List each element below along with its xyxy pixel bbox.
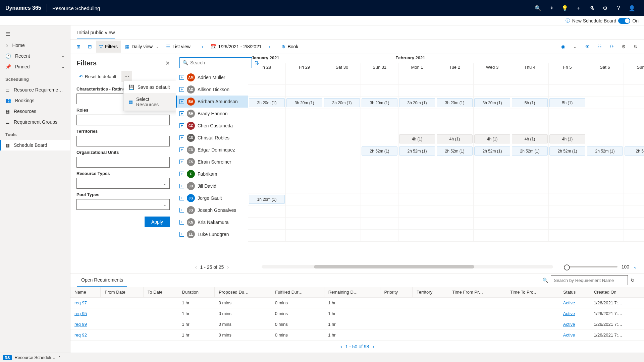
- calendar-cell[interactable]: [286, 193, 323, 205]
- book-button[interactable]: ⊕Book: [278, 41, 302, 53]
- status-caret-icon[interactable]: ⌃: [58, 356, 61, 359]
- booking[interactable]: 5h (1): [549, 98, 585, 107]
- calendar-cell[interactable]: 3h 20m (1): [286, 97, 323, 109]
- prev-page-icon[interactable]: ‹: [195, 264, 197, 270]
- booking[interactable]: 2h 52m (1): [549, 146, 585, 156]
- booking[interactable]: 3h 20m (1): [399, 98, 435, 107]
- filter-pool-types-input[interactable]: [76, 199, 170, 210]
- calendar-cell[interactable]: 3h 20m (1): [361, 97, 398, 109]
- booking[interactable]: 3h 20m (1): [437, 98, 473, 107]
- tab-initial-public-view[interactable]: Initial public view: [77, 29, 115, 39]
- horizontal-scrollbar[interactable]: [262, 265, 553, 268]
- calendar-cell[interactable]: [323, 205, 361, 217]
- assistant-icon[interactable]: ⌖: [545, 0, 558, 16]
- booking[interactable]: 2h 52m (1): [437, 146, 473, 156]
- calendar-cell[interactable]: 4h (1): [398, 133, 436, 145]
- calendar-cell[interactable]: [436, 157, 474, 169]
- booking[interactable]: 3h 20m (1): [286, 98, 322, 107]
- status-link[interactable]: Active: [563, 322, 575, 327]
- booking[interactable]: 3h 20m (1): [362, 98, 397, 107]
- nav-recent[interactable]: 🕐Recent⌄: [0, 51, 70, 61]
- calendar-cell[interactable]: [248, 181, 286, 193]
- calendar-cell[interactable]: [398, 181, 436, 193]
- list-view-button[interactable]: ☰List view: [163, 41, 194, 53]
- expand-icon[interactable]: +: [179, 123, 184, 128]
- booking[interactable]: 3h 20m (1): [474, 98, 510, 107]
- nav-schedule-board[interactable]: ▦Schedule Board: [0, 140, 70, 150]
- calendar-cell[interactable]: [436, 193, 474, 205]
- calendar-cell[interactable]: [361, 218, 398, 229]
- calendar-cell[interactable]: [286, 157, 323, 169]
- calendar-cell[interactable]: [624, 169, 644, 181]
- calendar-cell[interactable]: [436, 205, 474, 217]
- expand-icon[interactable]: +: [179, 87, 184, 92]
- expand-icon[interactable]: +: [179, 184, 184, 188]
- resource-item[interactable]: +JGJoseph Gonsalves: [176, 204, 248, 216]
- expand-icon[interactable]: +: [179, 196, 184, 200]
- refresh-icon[interactable]: ↻: [630, 41, 641, 53]
- select-resources-item[interactable]: ▦ Select Resources: [124, 93, 176, 111]
- calendar-cell[interactable]: 3h 20m (1): [436, 97, 474, 109]
- calendar-cell[interactable]: [361, 205, 398, 217]
- expand-icon[interactable]: +: [179, 99, 184, 104]
- expand-button[interactable]: ⊞: [73, 41, 84, 53]
- calendar-cell[interactable]: [398, 169, 436, 181]
- zoom-dropdown-icon[interactable]: ⌄: [633, 264, 637, 269]
- calendar-cell[interactable]: [248, 145, 286, 157]
- booking[interactable]: 4h (1): [399, 134, 435, 143]
- calendar-cell[interactable]: [398, 193, 436, 205]
- calendar-cell[interactable]: [474, 193, 511, 205]
- status-link[interactable]: Active: [563, 333, 575, 338]
- daily-view-button[interactable]: ▦Daily view⌄: [122, 41, 162, 53]
- calendar-cell[interactable]: [624, 85, 644, 97]
- calendar-cell[interactable]: [286, 181, 323, 193]
- list-icon[interactable]: ☷: [594, 41, 605, 53]
- calendar-cell[interactable]: [286, 218, 323, 229]
- calendar-cell[interactable]: [624, 133, 644, 145]
- booking[interactable]: 2h 52m: [625, 146, 644, 156]
- nav-bookings[interactable]: 👥Bookings: [0, 95, 70, 106]
- legend-dropdown-icon[interactable]: ⌄: [570, 41, 581, 53]
- resource-item[interactable]: +ESEfrain Schreiner: [176, 156, 248, 168]
- filters-button[interactable]: ▽Filters: [96, 41, 121, 53]
- resource-search-box[interactable]: 🔍: [179, 57, 252, 68]
- booking[interactable]: 2h 52m (1): [474, 146, 510, 156]
- column-header[interactable]: Territory: [413, 287, 448, 298]
- calendar-cell[interactable]: [549, 169, 586, 181]
- nav-resources[interactable]: ▦Resources: [0, 106, 70, 117]
- calendar-cell[interactable]: [474, 218, 511, 229]
- calendar-cell[interactable]: [398, 157, 436, 169]
- resource-item[interactable]: +EDEdgar Dominquez: [176, 144, 248, 156]
- calendar-cell[interactable]: [286, 169, 323, 181]
- calendar-cell[interactable]: [624, 205, 644, 217]
- calendar-cell[interactable]: [436, 230, 474, 241]
- calendar-cell[interactable]: [361, 73, 398, 84]
- resource-item[interactable]: +CCCheri Castaneda: [176, 120, 248, 132]
- requirement-row[interactable]: req 951 hr0 mins0 mins1 hrActive1/26/202…: [70, 308, 644, 319]
- calendar-cell[interactable]: [624, 97, 644, 109]
- calendar-cell[interactable]: 3h 20m (1): [474, 97, 511, 109]
- calendar-cell[interactable]: [248, 205, 286, 217]
- calendar-cell[interactable]: [248, 169, 286, 181]
- calendar-cell[interactable]: [323, 109, 361, 121]
- calendar-cell[interactable]: [586, 205, 624, 217]
- resource-search-input[interactable]: [190, 60, 249, 65]
- calendar-cell[interactable]: [361, 230, 398, 241]
- calendar-cell[interactable]: [248, 133, 286, 145]
- calendar-cell[interactable]: [323, 157, 361, 169]
- calendar-cell[interactable]: [361, 121, 398, 133]
- req-prev-icon[interactable]: ‹: [340, 344, 342, 349]
- expand-icon[interactable]: +: [179, 147, 184, 152]
- new-board-toggle[interactable]: [618, 18, 630, 24]
- calendar-cell[interactable]: [398, 218, 436, 229]
- calendar-cell[interactable]: [248, 73, 286, 84]
- req-name-link[interactable]: req 97: [74, 300, 87, 305]
- req-name-link[interactable]: req 95: [74, 311, 87, 316]
- calendar-cell[interactable]: [549, 218, 586, 229]
- calendar-cell[interactable]: [474, 181, 511, 193]
- booking[interactable]: 3h 20m (1): [249, 98, 285, 107]
- calendar-cell[interactable]: [511, 218, 549, 229]
- calendar-cell[interactable]: [511, 73, 549, 84]
- requirement-row[interactable]: req 991 hr0 mins0 mins1 hrActive1/26/202…: [70, 319, 644, 330]
- calendar-cell[interactable]: [323, 193, 361, 205]
